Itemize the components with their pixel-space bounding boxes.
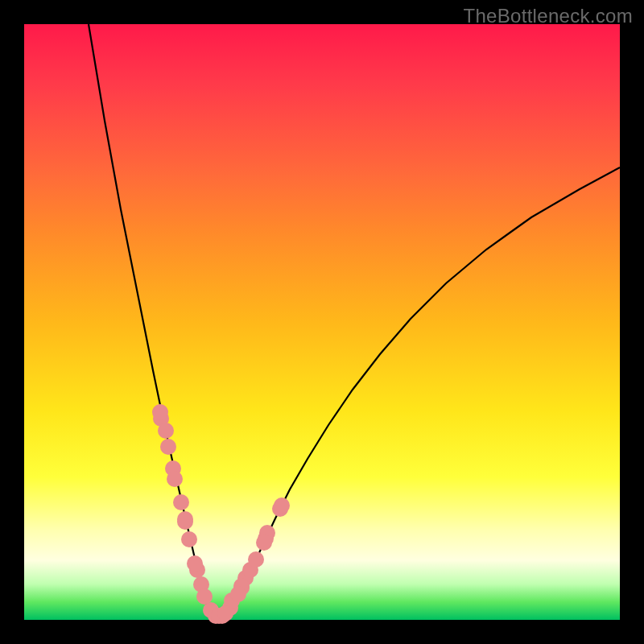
data-point (152, 404, 168, 420)
data-point (173, 494, 189, 510)
gradient-plot-area (24, 24, 620, 620)
watermark-text: TheBottleneck.com (463, 5, 633, 27)
data-point (248, 551, 264, 568)
data-point (158, 423, 174, 439)
data-point (274, 497, 290, 514)
v-curve (89, 24, 620, 618)
plot-svg (24, 24, 620, 620)
data-point (177, 514, 193, 530)
data-point (230, 586, 246, 602)
data-point (187, 555, 203, 572)
data-point (181, 531, 197, 547)
data-point (167, 471, 183, 487)
data-point (196, 588, 213, 605)
data-markers (152, 404, 290, 624)
data-point (217, 605, 233, 621)
data-point (160, 439, 176, 455)
data-point (256, 535, 272, 551)
